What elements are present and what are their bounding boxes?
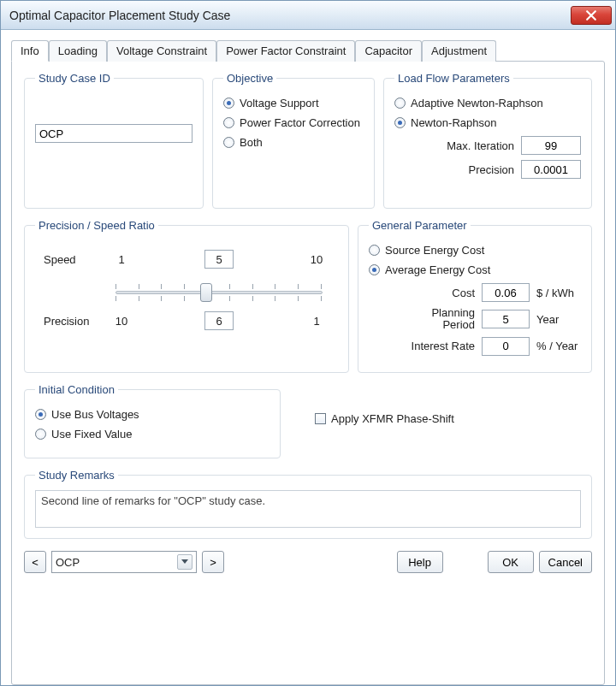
speed-max: 10 — [304, 253, 329, 266]
cancel-button[interactable]: Cancel — [539, 551, 592, 573]
legend-load-flow: Load Flow Parameters — [394, 72, 513, 85]
legend-objective: Objective — [223, 72, 276, 85]
case-selector[interactable]: OCP — [51, 551, 197, 573]
help-button[interactable]: Help — [397, 551, 443, 573]
radio-icon — [35, 409, 46, 420]
radio-icon — [223, 137, 234, 148]
radio-use-fixed-value[interactable]: Use Fixed Value — [35, 428, 270, 441]
button-label: Cancel — [548, 556, 583, 569]
tabstrip: Info Loading Voltage Constraint Power Fa… — [11, 40, 605, 62]
tab-info[interactable]: Info — [11, 40, 49, 62]
tab-voltage-constraint[interactable]: Voltage Constraint — [107, 40, 216, 62]
slider-thumb[interactable] — [200, 283, 212, 302]
group-general-parameter: General Parameter Source Energy Cost Ave… — [358, 219, 592, 373]
remarks-text: Second line of remarks for "OCP" study c… — [41, 494, 265, 507]
tab-power-factor-constraint[interactable]: Power Factor Constraint — [216, 40, 355, 62]
bottom-bar: < OCP > Help OK Cancel — [24, 551, 592, 585]
legend-initial-condition: Initial Condition — [35, 383, 118, 396]
group-load-flow: Load Flow Parameters Adaptive Newton-Rap… — [383, 72, 592, 209]
ok-button[interactable]: OK — [488, 551, 534, 573]
group-study-case-id: Study Case ID — [24, 72, 204, 209]
input-interest-rate[interactable] — [482, 337, 530, 356]
label-planning-period: Planning Period — [431, 307, 475, 332]
unit-planning-period: Year — [536, 313, 581, 326]
label-max-iteration: Max. Iteration — [447, 139, 514, 152]
radio-label: Voltage Support — [240, 97, 319, 109]
label-precision-slider: Precision — [44, 315, 104, 328]
radio-icon — [223, 117, 234, 128]
tab-label: Voltage Constraint — [116, 44, 207, 57]
radio-label: Source Energy Cost — [385, 244, 484, 257]
group-objective: Objective Voltage Support Power Factor C… — [212, 72, 375, 209]
tabpage-info: Study Case ID Objective Voltage Support … — [11, 61, 605, 685]
study-case-id-input[interactable] — [35, 124, 192, 143]
next-case-button[interactable]: > — [202, 551, 224, 573]
tab-label: Loading — [58, 44, 98, 57]
button-label: Help — [408, 556, 431, 569]
radio-objective-pfc[interactable]: Power Factor Correction — [223, 116, 364, 129]
input-precision[interactable] — [521, 160, 581, 179]
label-cost: Cost — [452, 287, 475, 299]
tab-label: Info — [21, 44, 39, 57]
legend-precision-speed: Precision / Speed Ratio — [35, 219, 158, 232]
checkbox-apply-xfmr-phase-shift[interactable]: Apply XFMR Phase-Shift — [315, 412, 454, 425]
label-precision: Precision — [469, 163, 514, 176]
group-initial-condition: Initial Condition Use Bus Voltages Use F… — [24, 383, 281, 458]
study-remarks-input[interactable]: Second line of remarks for "OCP" study c… — [35, 490, 581, 528]
checkbox-label: Apply XFMR Phase-Shift — [331, 412, 454, 425]
legend-study-remarks: Study Remarks — [35, 469, 118, 482]
radio-objective-both[interactable]: Both — [223, 136, 364, 149]
radio-icon — [394, 117, 406, 128]
label-interest-rate: Interest Rate — [412, 340, 475, 352]
checkbox-icon — [315, 413, 326, 424]
radio-label: Use Fixed Value — [51, 428, 132, 441]
tab-capacitor[interactable]: Capacitor — [355, 40, 422, 62]
unit-cost: $ / kWh — [536, 287, 581, 299]
radio-icon — [223, 98, 234, 109]
radio-label: Both — [240, 136, 263, 149]
chevron-left-icon: < — [32, 556, 38, 569]
group-precision-speed: Precision / Speed Ratio Speed 1 5 10 — [24, 219, 349, 373]
precision-speed-slider[interactable] — [116, 278, 323, 307]
tab-label: Capacitor — [364, 44, 412, 57]
radio-icon — [369, 245, 380, 256]
tab-label: Adjustment — [431, 44, 487, 57]
radio-lf-adaptive[interactable]: Adaptive Newton-Raphson — [394, 97, 581, 109]
button-label: OK — [502, 556, 518, 569]
input-max-iteration[interactable] — [521, 136, 581, 155]
radio-label: Adaptive Newton-Raphson — [411, 97, 543, 109]
radio-objective-voltage[interactable]: Voltage Support — [223, 97, 364, 109]
radio-icon — [369, 264, 380, 275]
radio-use-bus-voltages[interactable]: Use Bus Voltages — [35, 408, 270, 421]
legend-general-parameter: General Parameter — [369, 219, 471, 232]
prev-case-button[interactable]: < — [24, 551, 46, 573]
precision-min: 10 — [109, 315, 134, 328]
close-button[interactable] — [571, 6, 612, 25]
tab-adjustment[interactable]: Adjustment — [422, 40, 496, 62]
radio-lf-newton-raphson[interactable]: Newton-Raphson — [394, 116, 581, 129]
titlebar: Optimal Capacitor Placement Study Case — [1, 1, 615, 30]
window-title: Optimal Capacitor Placement Study Case — [9, 9, 571, 22]
radio-icon — [394, 98, 406, 109]
legend-study-case-id: Study Case ID — [35, 72, 114, 85]
speed-value: 5 — [204, 250, 234, 269]
slider-track — [116, 291, 323, 294]
radio-label: Use Bus Voltages — [51, 408, 139, 421]
dialog-window: Optimal Capacitor Placement Study Case I… — [0, 0, 616, 686]
speed-min: 1 — [109, 253, 134, 266]
radio-source-energy-cost[interactable]: Source Energy Cost — [369, 244, 581, 257]
tab-label: Power Factor Constraint — [226, 44, 346, 57]
radio-label: Newton-Raphson — [411, 116, 496, 129]
radio-average-energy-cost[interactable]: Average Energy Cost — [369, 263, 581, 276]
precision-max: 1 — [304, 315, 329, 328]
client-area: Info Loading Voltage Constraint Power Fa… — [1, 30, 615, 685]
precision-value: 6 — [204, 311, 234, 330]
chevron-down-icon — [177, 554, 192, 570]
input-cost[interactable] — [482, 283, 530, 302]
unit-interest-rate: % / Year — [536, 340, 581, 352]
chevron-right-icon: > — [210, 556, 216, 569]
case-selector-value: OCP — [56, 556, 80, 569]
group-study-remarks: Study Remarks Second line of remarks for… — [24, 469, 592, 539]
input-planning-period[interactable] — [482, 310, 530, 328]
tab-loading[interactable]: Loading — [49, 40, 107, 62]
